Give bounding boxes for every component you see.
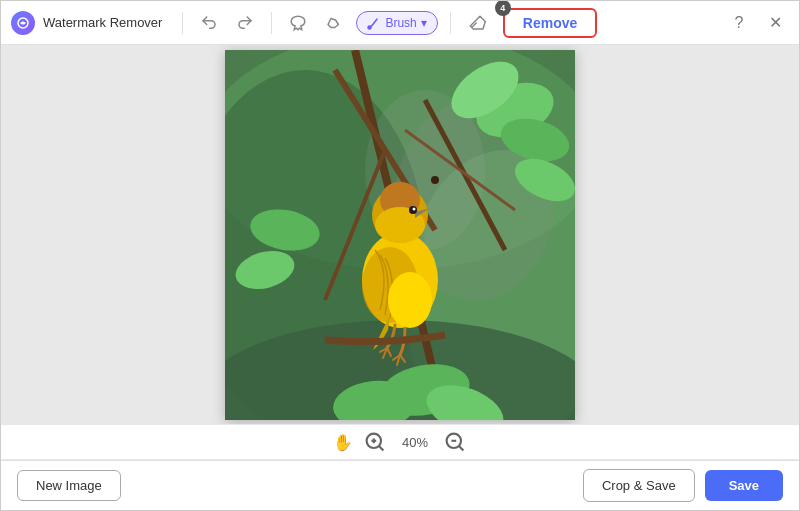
crop-save-button[interactable]: Crop & Save [583,469,695,502]
zoom-level: 40% [397,435,433,450]
svg-point-1 [368,26,371,29]
svg-point-17 [431,176,439,184]
polygon-button[interactable] [320,9,348,37]
brush-chevron: ▾ [421,16,427,30]
app-title: Watermark Remover [43,15,162,30]
canvas-area[interactable] [1,45,799,424]
zoom-in-button[interactable] [363,430,387,454]
hand-icon[interactable]: ✋ [333,433,353,452]
remove-button[interactable]: Remove [503,8,597,38]
svg-line-38 [379,446,383,450]
divider-2 [271,12,272,34]
brush-button[interactable]: Brush ▾ [356,11,437,35]
remove-badge: 4 [495,0,511,16]
lasso-button[interactable] [284,9,312,37]
zoom-out-button[interactable] [443,430,467,454]
brush-label: Brush [385,16,416,30]
svg-line-41 [459,446,463,450]
zoombar: ✋ 40% [1,424,799,460]
new-image-button[interactable]: New Image [17,470,121,501]
svg-point-32 [413,207,416,210]
bottombar: New Image Crop & Save Save [1,460,799,510]
help-button[interactable]: ? [725,9,753,37]
redo-button[interactable] [231,9,259,37]
divider-3 [450,12,451,34]
svg-point-34 [388,272,432,328]
save-button[interactable]: Save [705,470,783,501]
divider-1 [182,12,183,34]
eraser-button[interactable] [463,9,491,37]
close-button[interactable]: ✕ [761,9,789,37]
image-display [225,50,575,420]
remove-button-wrap: 4 Remove [503,8,597,38]
undo-button[interactable] [195,9,223,37]
titlebar: Watermark Remover Brush ▾ [1,1,799,45]
app-logo [11,11,35,35]
